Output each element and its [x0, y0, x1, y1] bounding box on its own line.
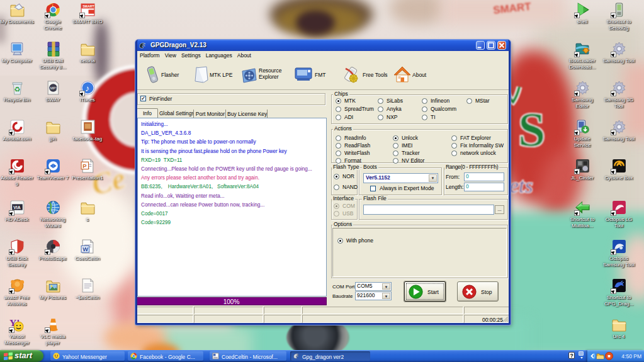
svg-text:W: W [82, 246, 88, 252]
svg-text:X: X [607, 354, 610, 358]
svg-text:♻: ♻ [14, 86, 20, 93]
svg-text:SMART: SMART [82, 4, 94, 8]
svg-text:P: P [82, 163, 86, 169]
svg-text:VIA: VIA [13, 205, 20, 210]
svg-text:SMART: SMART [492, 1, 532, 16]
svg-text:MP3: MP3 [50, 86, 57, 90]
svg-text:S: S [518, 102, 545, 157]
svg-text:ets: ets [509, 174, 533, 197]
